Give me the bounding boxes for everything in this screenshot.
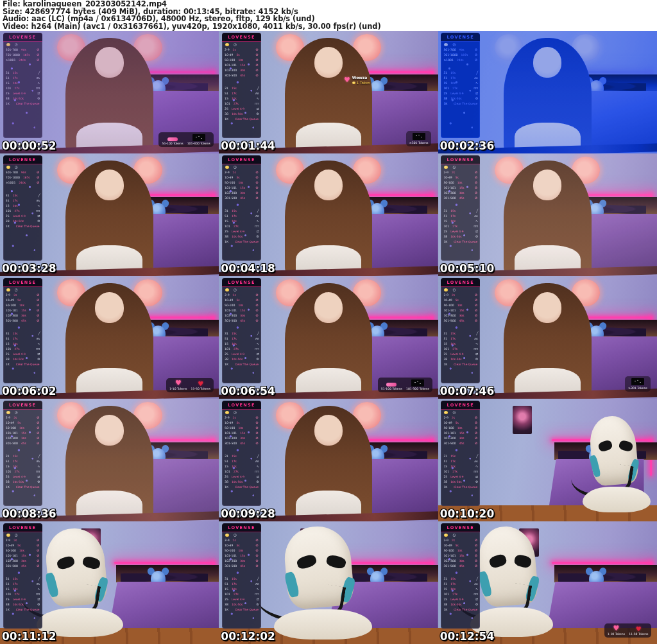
tip-queue-label: 17s [448, 582, 474, 586]
tip-tier-range: 101-101 [6, 309, 18, 312]
tip-tier-duration: 2s [231, 171, 256, 174]
tip-queue-label: Level 4-9 [448, 352, 475, 356]
tip-queue-amount: 51 [225, 92, 228, 95]
tip-menu-queue-row: 10127s⊓⊓ [441, 591, 480, 596]
tip-menu-tier-row: 301-500 45s ⊘ [441, 318, 480, 323]
token-price-label: ≥301 Tokens [409, 141, 429, 144]
tip-tier-range: 2-9 [225, 293, 230, 297]
tip-menu-queue-row: 3115s╱ [441, 453, 480, 458]
tip-menu-tier-row: 301-500 45s ⊘ [441, 563, 480, 568]
wave-sine-icon: ∿ [475, 587, 477, 591]
tip-queue-label: 27s [450, 225, 474, 228]
prohibited-icon: ⊘ [475, 564, 478, 568]
prohibited-icon: ⊘ [475, 426, 478, 430]
wave-square-icon: ⊓⊓ [474, 470, 477, 473]
tip-tier-range: 301-500 [225, 196, 237, 200]
chair-seat [274, 609, 372, 640]
timestamp-label: 00:03:28 [2, 262, 56, 275]
tip-menu-queue-row: 10127s⊓⊓ [3, 85, 42, 91]
tip-tier-range: 301-500 [225, 319, 237, 322]
tip-menu-queue-row: 5117s∧∧ [222, 213, 261, 218]
tip-menu-tier-row: 301-500 45s ⊘ [3, 440, 42, 446]
tip-tier-duration: 2s [231, 416, 256, 419]
clock-icon: ◷ [452, 411, 456, 414]
gear-icon: ⚙ [256, 235, 258, 238]
tip-menu-queue-row: 3115s╱ [441, 331, 480, 336]
tip-menu-queue-row: 3810s-50s⚙ [222, 602, 261, 607]
prohibited-icon: ⊘ [475, 554, 478, 557]
tip-menu-tier-row: 701-1000 187s ⊘ [3, 52, 42, 57]
prohibited-icon: ⊘ [255, 74, 259, 77]
tip-queue-amount: 25 [6, 598, 10, 601]
tip-queue-amount: 51 [6, 76, 10, 80]
tip-queue-label: 27s [13, 593, 36, 596]
lovense-tip-menu-panel: LOVENSE◷ 2-9 2s ⊘ 10-49 5s ⊘ 50-100 10s … [441, 523, 480, 629]
tip-queue-amount: 31 [225, 455, 228, 458]
tip-queue-amount: 38 [6, 480, 10, 483]
tip-menu-queue-row: 3115s╱ [3, 331, 42, 336]
tip-queue-label: 17s [230, 92, 255, 95]
tip-queue-label: 10s-50s [11, 480, 37, 483]
video-thumbnail: LOVENSE◷ 2-9 2s ⊘ 10-49 5s ⊘ 50-100 10s … [219, 521, 438, 644]
shuffle-icon: ⇄ [37, 214, 39, 218]
lovense-logo: LOVENSE [3, 523, 42, 532]
tip-queue-label: 15s [11, 332, 38, 335]
tip-tier-range: 301-500 [443, 564, 456, 568]
gear-icon: ⚙ [37, 480, 39, 483]
wave-zigzag-icon: ∧∧ [474, 337, 477, 340]
video-thumbnail: LOVENSE◷ 2-9 2s ⊘ 10-49 5s ⊘ 50-100 10s … [438, 521, 657, 644]
tip-menu-queue-row: 1510s∿ [441, 586, 480, 591]
tip-menu-queue-row: 10127s⊓⊓ [3, 591, 42, 596]
tip-menu-tier-row: 301-500 45s ⊘ [222, 73, 261, 78]
tip-queue-amount: 25 [6, 214, 10, 218]
tip-queue-amount: 25 [225, 107, 228, 110]
person-face [533, 170, 561, 200]
timestamp-label: 00:12:54 [440, 630, 495, 643]
tip-tier-duration: 15s [238, 554, 255, 557]
lovense-logo: LOVENSE [222, 523, 261, 532]
prohibited-icon: ⊘ [475, 442, 478, 445]
tip-tier-range: 2-9 [225, 416, 230, 419]
tip-menu-queue-row: 1510s∿ [222, 341, 261, 346]
lovense-tip-menu-panel: LOVENSE◷ 2-9 2s ⊘ 10-49 5s ⊘ 50-100 10s … [222, 33, 261, 138]
tip-tier-range: 10-49 [225, 299, 233, 302]
tip-menu-queue-row: 1510s∿ [3, 80, 42, 85]
tip-menu-tier-row: 2-9 2s ⊘ [441, 537, 480, 543]
tip-tier-range: 50-100 [443, 304, 454, 307]
shuffle-icon: ⇄ [475, 475, 477, 478]
tip-queue-label: 17s [11, 337, 37, 340]
tip-queue-amount: 101 [443, 593, 449, 596]
lovense-tip-menu-panel: LOVENSE◷ 501-700 90s ⊘ 701-1000 187s ⊘ ≥… [3, 33, 42, 138]
tip-tier-range: 10-49 [225, 544, 233, 547]
screen-icon [631, 378, 644, 385]
tip-tier-range: 50-100 [225, 181, 235, 184]
tip-queue-amount: 38 [443, 235, 447, 238]
tip-tier-duration: 15s [19, 309, 37, 312]
tip-tier-duration: 45s [238, 319, 255, 322]
wave-sine-icon: ∿ [475, 220, 477, 223]
tip-tier-range: 101-101 [225, 64, 237, 67]
token-price-badge: ♥1-10 Tokens ♥11-50 Tokens [166, 378, 214, 392]
tip-queue-label: 27s [13, 209, 36, 213]
tip-tier-duration: 15s [238, 186, 255, 189]
prohibited-icon: ⊘ [475, 191, 478, 195]
tip-queue-amount: 15 [6, 82, 10, 85]
tip-menu-queue-row: 1510s∿ [441, 218, 480, 223]
tip-queue-label: Level 4-9 [230, 230, 257, 233]
tip-menu-queue-row: 1510s∿ [222, 586, 261, 591]
video-thumbnail: LOVENSE◷ 2-9 2s ⊘ 10-49 5s ⊘ 50-100 10s … [219, 276, 438, 399]
tip-menu-tier-row: 10-49 5s ⊘ [222, 297, 261, 302]
video-thumbnail: LOVENSE◷ 2-9 2s ⊘ 10-49 5s ⊘ 50-100 10s … [438, 276, 657, 399]
tip-queue-amount: 25 [6, 475, 10, 478]
tip-menu-tier-row: 50-100 10s ⊘ [222, 180, 261, 185]
tip-tier-duration: 187s [459, 53, 475, 57]
token-price-label: 101-300 Tokens [187, 142, 210, 145]
tip-queue-label: 27s [13, 347, 36, 351]
tip-tier-range: ≥1001 [443, 58, 454, 62]
prohibited-icon: ⊘ [37, 549, 40, 552]
wave-square-icon: ⊓⊓ [474, 347, 477, 351]
tip-menu-queue-row: 25Level 4-9⇄ [3, 91, 42, 96]
clock-icon: ◷ [15, 43, 18, 46]
video-thumbnail: LOVENSE◷ 501-700 90s ⊘ 701-1000 187s ⊘ ≥… [0, 153, 219, 276]
tip-tier-range: 50-100 [225, 304, 235, 307]
